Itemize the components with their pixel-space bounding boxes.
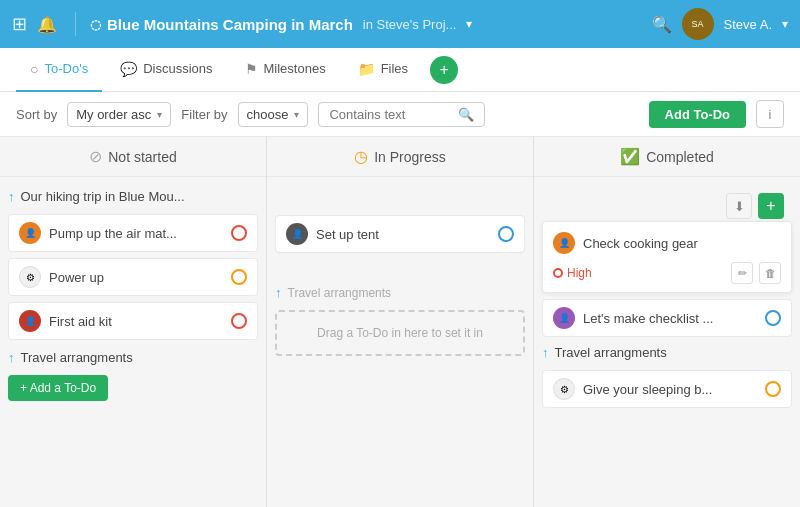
drag-text: Drag a To-Do in here to set it in [317, 326, 483, 340]
avatar: 👤 [286, 223, 308, 245]
travel-inprogress-title: Travel arrangments [288, 286, 392, 300]
toolbar: Sort by My order asc ▾ Filter by choose … [0, 92, 800, 137]
sync-icon: ◌ [90, 17, 101, 32]
hiking-group-title: Our hiking trip in Blue Mou... [21, 189, 185, 204]
todo-item[interactable]: ⚙ Power up [8, 258, 258, 296]
sort-select[interactable]: My order asc ▾ [67, 102, 171, 127]
avatar: SA [682, 8, 714, 40]
not-started-label: Not started [108, 149, 176, 165]
avatar: 👤 [19, 310, 41, 332]
todos-icon: ○ [30, 61, 38, 77]
tab-files[interactable]: 📁 Files [344, 48, 422, 92]
column-completed: ✅ Completed ⬇ + 👤 Check cooking gear [534, 137, 800, 507]
column-in-progress: ◷ In Progress 👤 Set up tent ↑ Travel arr… [267, 137, 534, 507]
tab-discussions-label: Discussions [143, 61, 212, 76]
travel-completed-header: ↑ Travel arrangments [542, 343, 792, 362]
todo-text: Set up tent [316, 227, 490, 242]
travel-group-arrow: ↑ [8, 350, 15, 365]
in-progress-icon: ◷ [354, 147, 368, 166]
header-divider [75, 12, 76, 36]
columns-container: ⊘ Not started ↑ Our hiking trip in Blue … [0, 137, 800, 507]
completed-actions-row: ⬇ + [542, 187, 792, 221]
filter-dropdown-icon: ▾ [294, 109, 299, 120]
priority-dot [553, 268, 563, 278]
priority-badge: High [553, 266, 592, 280]
add-tab-button[interactable]: + [430, 56, 458, 84]
not-started-icon: ⊘ [89, 147, 102, 166]
avatar: ⚙ [553, 378, 575, 400]
travel-group: ↑ Travel arrangments + Add a To-Do [8, 348, 258, 401]
user-dropdown-icon[interactable]: ▾ [782, 17, 788, 31]
grid-icon[interactable]: ⊞ [12, 13, 27, 35]
todo-item[interactable]: 👤 Set up tent [275, 215, 525, 253]
cooking-card-actions: High ✏ 🗑 [553, 262, 781, 284]
tab-todos[interactable]: ○ To-Do's [16, 48, 102, 92]
project-title: ◌ Blue Mountains Camping in March [90, 16, 353, 33]
todo-item[interactable]: 👤 Let's make checklist ... [542, 299, 792, 337]
project-label: in Steve's Proj... [363, 17, 457, 32]
filter-select[interactable]: choose ▾ [238, 102, 309, 127]
sort-dropdown-icon: ▾ [157, 109, 162, 120]
cooking-card-title: Check cooking gear [583, 236, 698, 251]
todo-status-circle[interactable] [765, 381, 781, 397]
tab-milestones-label: Milestones [264, 61, 326, 76]
filter-label: Filter by [181, 107, 227, 122]
username-label: Steve A. [724, 17, 772, 32]
avatar: ⚙ [19, 266, 41, 288]
travel-group-title: Travel arrangments [21, 350, 133, 365]
priority-label: High [567, 266, 592, 280]
travel-completed-title: Travel arrangments [555, 345, 667, 360]
avatar: 👤 [19, 222, 41, 244]
todo-text: Pump up the air mat... [49, 226, 223, 241]
tab-milestones[interactable]: ⚑ Milestones [231, 48, 340, 92]
search-icon: 🔍 [458, 107, 474, 122]
project-name: Blue Mountains Camping in March [107, 16, 353, 33]
travel-group-header: ↑ Travel arrangments [8, 348, 258, 367]
todo-status-circle[interactable] [231, 313, 247, 329]
download-icon[interactable]: ⬇ [726, 193, 752, 219]
travel-completed-group: ↑ Travel arrangments ⚙ Give your sleepin… [542, 343, 792, 408]
completed-label: Completed [646, 149, 714, 165]
search-input[interactable] [329, 107, 451, 122]
todo-text: Power up [49, 270, 223, 285]
drag-placeholder: Drag a To-Do in here to set it in [275, 310, 525, 356]
hiking-group-header: ↑ Our hiking trip in Blue Mou... [8, 187, 258, 206]
discussions-icon: 💬 [120, 61, 137, 77]
search-input-wrapper: 🔍 [318, 102, 484, 127]
todo-text: Let's make checklist ... [583, 311, 757, 326]
cooking-gear-card[interactable]: 👤 Check cooking gear High ✏ 🗑 [542, 221, 792, 293]
travel-completed-arrow: ↑ [542, 345, 549, 360]
sort-label: Sort by [16, 107, 57, 122]
todo-status-circle[interactable] [498, 226, 514, 242]
edit-icon[interactable]: ✏ [731, 262, 753, 284]
cooking-card-top: 👤 Check cooking gear [553, 232, 781, 254]
todo-status-circle[interactable] [231, 269, 247, 285]
info-icon[interactable]: i [756, 100, 784, 128]
todo-text: Give your sleeping b... [583, 382, 757, 397]
add-completed-button[interactable]: + [758, 193, 784, 219]
todo-status-circle[interactable] [765, 310, 781, 326]
project-dropdown-icon[interactable]: ▾ [466, 17, 472, 31]
tab-files-label: Files [381, 61, 408, 76]
header-search-icon[interactable]: 🔍 [652, 15, 672, 34]
hiking-group-arrow: ↑ [8, 189, 15, 204]
tab-todos-label: To-Do's [44, 61, 88, 76]
filter-value: choose [247, 107, 289, 122]
todo-item[interactable]: ⚙ Give your sleeping b... [542, 370, 792, 408]
todo-item[interactable]: 👤 Pump up the air mat... [8, 214, 258, 252]
delete-icon[interactable]: 🗑 [759, 262, 781, 284]
files-icon: 📁 [358, 61, 375, 77]
add-todo-button[interactable]: Add To-Do [649, 101, 746, 128]
in-progress-label: In Progress [374, 149, 446, 165]
tab-discussions[interactable]: 💬 Discussions [106, 48, 226, 92]
travel-in-progress: ↑ Travel arrangments Drag a To-Do in her… [275, 283, 525, 356]
completed-icon: ✅ [620, 147, 640, 166]
not-started-content: ↑ Our hiking trip in Blue Mou... 👤 Pump … [0, 177, 266, 507]
bell-icon[interactable]: 🔔 [37, 15, 57, 34]
todo-item[interactable]: 👤 First aid kit [8, 302, 258, 340]
todo-status-circle[interactable] [231, 225, 247, 241]
column-not-started: ⊘ Not started ↑ Our hiking trip in Blue … [0, 137, 267, 507]
add-todo-group-button[interactable]: + Add a To-Do [8, 375, 108, 401]
in-progress-content: 👤 Set up tent ↑ Travel arrangments Drag … [267, 177, 533, 507]
travel-arrow: ↑ [275, 285, 282, 300]
